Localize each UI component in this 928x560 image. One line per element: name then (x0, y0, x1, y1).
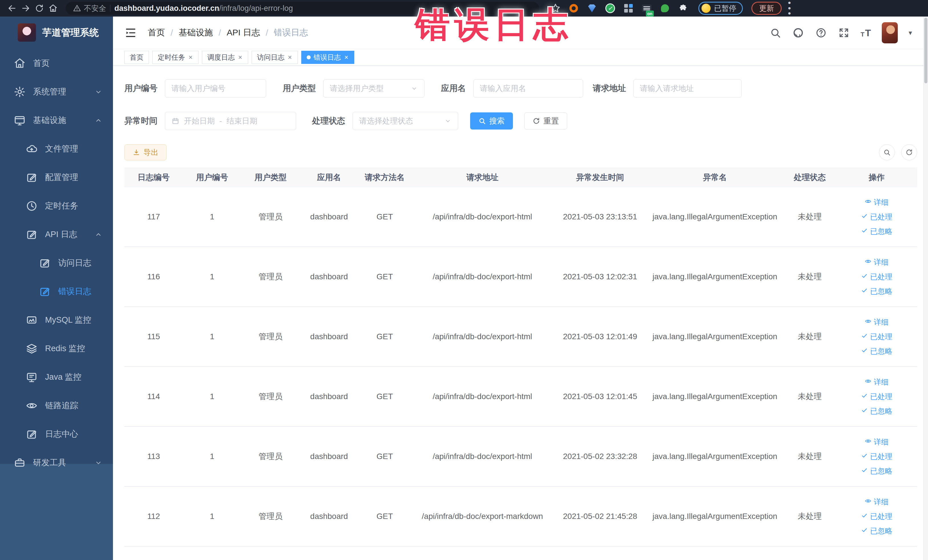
tab-scheduled-jobs[interactable]: 定时任务× (152, 51, 198, 64)
action-label: 已处理 (870, 452, 892, 462)
search-icon[interactable] (769, 27, 781, 39)
sidebar-item-api-log[interactable]: API 日志 (0, 220, 113, 249)
browser-back-icon[interactable] (6, 3, 18, 14)
detail-link[interactable]: 详细 (865, 437, 888, 447)
ext-green-check-icon[interactable]: ✓ (605, 3, 616, 14)
app-name-label: 应用名 (441, 83, 466, 94)
avatar[interactable] (882, 22, 898, 43)
tab-error-log[interactable]: 错误日志× (301, 51, 354, 64)
sidebar-item-file-mgmt[interactable]: 文件管理 (0, 135, 113, 163)
close-icon[interactable]: × (344, 54, 349, 61)
breadcrumb-api-log[interactable]: API 日志 (227, 27, 260, 38)
tab-access-log[interactable]: 访问日志× (252, 51, 298, 64)
detail-link[interactable]: 详细 (865, 377, 888, 387)
sidebar-item-home[interactable]: 首页 (0, 49, 113, 78)
mark-processed-link[interactable]: 已处理 (861, 212, 892, 222)
browser-update-button[interactable]: 更新 (751, 2, 781, 15)
table-cell: GET (358, 392, 411, 401)
font-size-icon[interactable]: TT (861, 28, 871, 38)
browser-reload-icon[interactable] (34, 3, 45, 14)
user-type-select[interactable]: 请选择用户类型 (323, 79, 424, 98)
sidebar-item-mysql-monitor[interactable]: MySQL 监控 (0, 306, 113, 334)
user-menu-caret-icon[interactable]: ▾ (908, 29, 912, 37)
close-icon[interactable]: × (238, 54, 243, 61)
actions-cell: 详细已处理已忽略 (836, 197, 917, 237)
sidebar: 芋道管理系统 首页系统管理基础设施文件管理配置管理定时任务API 日志访问日志错… (0, 17, 113, 560)
date-range-picker[interactable]: 开始日期 - 结束日期 (165, 112, 296, 130)
refresh-table-button[interactable] (901, 144, 917, 160)
security-warning[interactable]: 不安全 (73, 3, 106, 14)
sidebar-item-error-log[interactable]: 错误日志 (0, 277, 113, 306)
toggle-search-button[interactable] (879, 144, 895, 160)
sidebar-item-java-monitor[interactable]: Java 监控 (0, 363, 113, 391)
collapse-sidebar-icon[interactable] (124, 26, 137, 39)
request-url-input[interactable] (640, 84, 735, 93)
tab-label: 首页 (130, 53, 143, 62)
mark-processed-link[interactable]: 已处理 (861, 511, 892, 522)
reset-button[interactable]: 重置 (524, 112, 567, 130)
mark-ignored-link[interactable]: 已忽略 (861, 406, 892, 416)
check-icon (861, 287, 868, 296)
detail-link[interactable]: 详细 (865, 317, 888, 327)
table-cell: GET (358, 512, 411, 521)
user-id-input[interactable] (171, 84, 259, 93)
mark-processed-link[interactable]: 已处理 (861, 332, 892, 342)
mark-ignored-link[interactable]: 已忽略 (861, 287, 892, 296)
mark-processed-link[interactable]: 已处理 (861, 272, 892, 282)
extensions-puzzle-icon[interactable] (678, 3, 688, 14)
ext-grid-icon[interactable] (623, 3, 634, 14)
export-button[interactable]: 导出 (124, 144, 166, 160)
sidebar-item-infra[interactable]: 基础设施 (0, 106, 113, 135)
close-icon[interactable]: × (188, 54, 193, 61)
mark-ignored-link[interactable]: 已忽略 (861, 226, 892, 237)
sidebar-item-log-center[interactable]: 日志中心 (0, 420, 113, 449)
breadcrumb-infra[interactable]: 基础设施 (179, 27, 213, 38)
column-header: 请求地址 (411, 172, 554, 183)
sidebar-item-trace[interactable]: 链路追踪 (0, 391, 113, 420)
mark-ignored-link[interactable]: 已忽略 (861, 346, 892, 356)
mark-ignored-link[interactable]: 已忽略 (861, 526, 892, 536)
sidebar-item-config-mgmt[interactable]: 配置管理 (0, 163, 113, 192)
browser-menu-icon[interactable]: ••• (788, 0, 791, 16)
profile-paused-pill[interactable]: 已暂停 (698, 2, 743, 15)
process-status-select[interactable]: 请选择处理状态 (353, 112, 458, 130)
sidebar-logo[interactable]: 芋道管理系统 (0, 17, 113, 49)
detail-link[interactable]: 详细 (865, 497, 888, 507)
scrollbar-thumb[interactable] (924, 18, 927, 83)
action-label: 已处理 (870, 511, 892, 522)
search-button-label: 搜索 (489, 116, 505, 126)
mark-processed-link[interactable]: 已处理 (861, 452, 892, 462)
table-cell: java.lang.IllegalArgumentException (646, 272, 783, 281)
sidebar-item-scheduled-jobs[interactable]: 定时任务 (0, 192, 113, 220)
breadcrumb-home[interactable]: 首页 (148, 27, 165, 38)
help-icon[interactable] (815, 27, 827, 39)
sidebar-item-label: Java 监控 (45, 371, 81, 383)
mark-ignored-link[interactable]: 已忽略 (861, 466, 892, 476)
sidebar-item-dev-tools[interactable]: 研发工具 (0, 449, 113, 477)
app-name-input[interactable] (480, 84, 577, 93)
search-button[interactable]: 搜索 (470, 112, 513, 130)
tab-home[interactable]: 首页 (124, 51, 149, 64)
sidebar-item-redis-monitor[interactable]: Redis 监控 (0, 334, 113, 363)
ext-leaf-icon[interactable] (659, 3, 670, 14)
breadcrumb: 首页/基础设施/API 日志/错误日志 (148, 27, 308, 38)
action-label: 已忽略 (870, 226, 892, 237)
tab-label: 调度日志 (208, 53, 235, 62)
tab-schedule-log[interactable]: 调度日志× (202, 51, 248, 64)
scrollbar[interactable] (923, 17, 928, 560)
close-icon[interactable]: × (287, 54, 292, 61)
table-cell: 2021-05-03 12:01:49 (554, 332, 646, 341)
browser-home-icon[interactable] (47, 3, 59, 14)
mark-processed-link[interactable]: 已处理 (861, 392, 892, 402)
ext-blue-shield-icon[interactable] (586, 3, 597, 14)
sidebar-item-access-log[interactable]: 访问日志 (0, 249, 113, 277)
sidebar-item-system-mgmt[interactable]: 系统管理 (0, 78, 113, 106)
detail-link[interactable]: 详细 (865, 197, 888, 208)
fullscreen-icon[interactable] (838, 27, 850, 39)
filter-row-2: 异常时间 开始日期 - 结束日期 处理状态 请选择处理状态 搜索 (124, 112, 917, 130)
github-icon[interactable] (792, 27, 804, 39)
browser-forward-icon[interactable] (20, 3, 31, 14)
ext-list-icon[interactable]: on (641, 3, 652, 14)
detail-link[interactable]: 详细 (865, 257, 888, 267)
column-header: 用户编号 (183, 172, 241, 183)
